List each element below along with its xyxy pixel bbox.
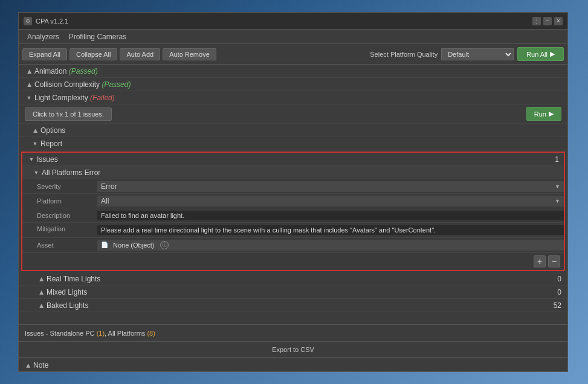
auto-remove-button[interactable]: Auto Remove: [163, 48, 216, 60]
add-remove-bar: + −: [22, 252, 564, 270]
light-complexity-label: Light Complexity: [34, 94, 88, 102]
mitigation-text: Please add a real time directional light…: [101, 226, 436, 234]
real-time-lights-label: Real Time Lights: [47, 275, 100, 283]
note-label: Note: [33, 361, 48, 370]
standalone-count: (1): [97, 330, 105, 337]
description-label: Description: [37, 212, 97, 219]
collision-status: (Passed): [102, 80, 131, 89]
asset-text: None (Object): [113, 242, 154, 249]
export-csv-button[interactable]: Export to CSV: [272, 346, 314, 353]
platform-label: Platform: [37, 197, 97, 205]
platform-value: All: [101, 197, 109, 205]
title-bar-controls: ⋮ − ×: [532, 17, 563, 25]
issues-arrow: ▼: [27, 155, 36, 164]
all-platforms-count: (8): [147, 330, 155, 337]
mitigation-label: Mitigation: [37, 225, 97, 232]
fix-bar: Click to fix 1 of 1 issues. Run ▶: [19, 104, 567, 124]
platform-arrow: ▼: [555, 198, 560, 204]
platform-row: Platform All ▼: [22, 194, 564, 208]
mitigation-value: Please add a real time directional light…: [97, 225, 564, 235]
mixed-lights-count: 0: [557, 288, 561, 296]
baked-lights-label: Baked Lights: [47, 301, 88, 310]
cpa-window: ⚙ CPA v1.2.1 ⋮ − × Analyzers Profiling C…: [18, 12, 568, 372]
issues-count: 1: [555, 155, 564, 164]
asset-label: Asset: [37, 242, 97, 249]
error-group-header[interactable]: ▼ All Platforms Error: [22, 166, 564, 179]
severity-row: Severity Error ▼: [22, 179, 564, 194]
issues-container: ▼ Issues 1 ▼ All Platforms Error Severit…: [21, 152, 565, 271]
run-label: Run: [534, 110, 546, 118]
mixed-lights-item[interactable]: ▶ Mixed Lights 0: [19, 286, 567, 299]
issues-header[interactable]: ▼ Issues 1: [22, 153, 564, 166]
info-icon[interactable]: ⓘ: [160, 241, 169, 249]
fix-button[interactable]: Click to fix 1 of 1 issues.: [25, 107, 112, 121]
animation-tree-item[interactable]: ▶ Animation (Passed): [19, 65, 567, 78]
run-all-button[interactable]: Run All ▶: [517, 47, 564, 61]
collision-arrow: ▶: [25, 80, 33, 89]
bottom-bar: Issues - Standalone PC (1), All Platform…: [19, 324, 567, 341]
description-text: Failed to find an avatar light.: [101, 212, 184, 219]
severity-arrow: ▼: [555, 184, 560, 190]
toolbar: Expand All Collapse All Auto Add Auto Re…: [19, 44, 567, 65]
run-all-arrow: ▶: [550, 50, 555, 58]
description-row: Description Failed to find an avatar lig…: [22, 208, 564, 223]
issues-label: Issues: [37, 155, 58, 164]
content-area: ▶ Animation (Passed) ▶ Collision Complex…: [19, 65, 567, 324]
note-bar[interactable]: ▶ Note: [19, 358, 567, 371]
title-bar: ⚙ CPA v1.2.1 ⋮ − ×: [19, 13, 567, 30]
light-complexity-tree-item[interactable]: ▼ Light Complexity (Failed): [19, 91, 567, 104]
note-arrow: ▶: [24, 361, 32, 370]
light-complexity-arrow: ▼: [25, 94, 33, 102]
menu-profiling-cameras[interactable]: Profiling Cameras: [64, 31, 131, 42]
report-item[interactable]: ▼ Report: [19, 137, 567, 150]
platform-select[interactable]: All ▼: [97, 196, 564, 206]
baked-lights-arrow: ▶: [37, 301, 45, 310]
report-label: Report: [40, 139, 62, 148]
severity-select[interactable]: Error ▼: [97, 181, 564, 192]
collapse-all-button[interactable]: Collapse All: [69, 48, 117, 60]
error-group-arrow: ▼: [32, 168, 40, 177]
animation-arrow: ▶: [25, 67, 33, 75]
run-arrow: ▶: [549, 110, 554, 118]
baked-lights-count: 52: [554, 301, 561, 310]
add-button[interactable]: +: [534, 255, 546, 267]
window-icon: ⚙: [24, 17, 32, 25]
run-all-label: Run All: [526, 51, 548, 58]
real-time-lights-count: 0: [557, 275, 561, 283]
toolbar-right: Select Platform Quality Default Run All …: [370, 47, 564, 61]
mixed-lights-arrow: ▶: [37, 288, 45, 296]
severity-value: Error: [101, 182, 117, 191]
menu-bar: Analyzers Profiling Cameras: [19, 30, 567, 44]
menu-analyzers[interactable]: Analyzers: [22, 31, 64, 42]
issues-summary: Issues - Standalone PC (1), All Platform…: [25, 330, 155, 337]
asset-row: Asset 📄 None (Object) ⓘ: [22, 238, 564, 252]
expand-all-button[interactable]: Expand All: [22, 48, 67, 60]
asset-icon: 📄: [101, 242, 108, 248]
baked-lights-item[interactable]: ▶ Baked Lights 52: [19, 299, 567, 312]
minimize-button[interactable]: −: [543, 17, 552, 25]
window-title: CPA v1.2.1: [36, 18, 532, 25]
mixed-lights-label: Mixed Lights: [47, 288, 87, 296]
collision-label: Collision Complexity: [34, 80, 100, 89]
error-group-label: All Platforms Error: [42, 168, 100, 177]
real-time-lights-item[interactable]: ▶ Real Time Lights 0: [19, 272, 567, 286]
options-label: Options: [40, 126, 65, 135]
close-button[interactable]: ×: [554, 17, 563, 25]
options-arrow: ▶: [31, 126, 39, 135]
severity-label: Severity: [37, 183, 97, 190]
real-time-lights-arrow: ▶: [37, 275, 45, 283]
menu-button[interactable]: ⋮: [532, 17, 541, 25]
auto-add-button[interactable]: Auto Add: [120, 48, 160, 60]
platform-quality-select[interactable]: Default: [441, 48, 514, 60]
report-arrow: ▼: [31, 139, 39, 148]
light-complexity-status: (Failed): [90, 94, 115, 102]
mitigation-row: Mitigation Please add a real time direct…: [22, 223, 564, 238]
options-item[interactable]: ▶ Options: [19, 124, 567, 137]
collision-complexity-tree-item[interactable]: ▶ Collision Complexity (Passed): [19, 78, 567, 91]
asset-value: 📄 None (Object) ⓘ: [97, 240, 564, 251]
animation-status: (Passed): [69, 67, 98, 75]
remove-button[interactable]: −: [548, 255, 560, 267]
run-button[interactable]: Run ▶: [526, 107, 561, 121]
platform-quality-label: Select Platform Quality: [370, 51, 438, 58]
description-value: Failed to find an avatar light.: [97, 211, 564, 220]
